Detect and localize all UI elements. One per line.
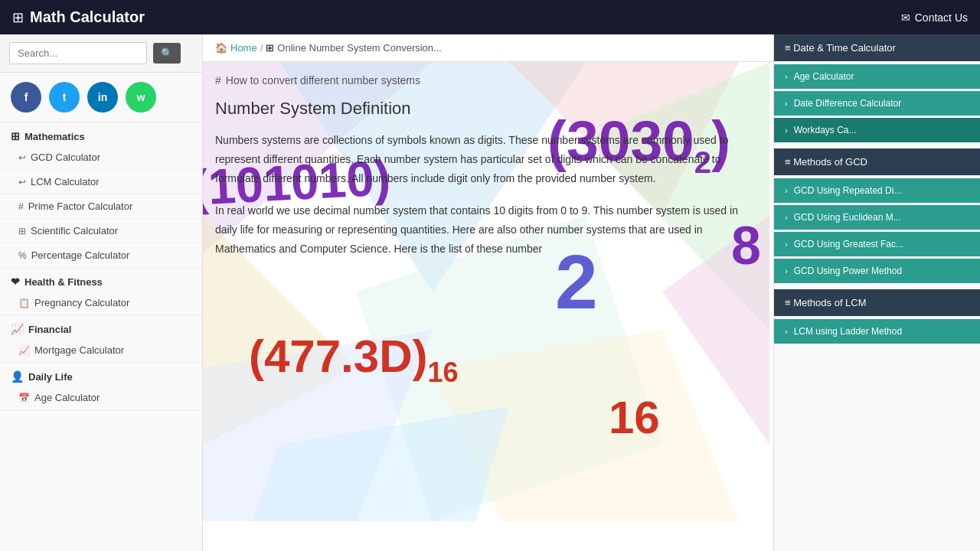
section-label: How to convert different number systems	[226, 74, 420, 86]
header: ⊞ Math Calculator ✉ Contact Us	[0, 0, 980, 34]
article-heading: Number System Definition	[215, 99, 761, 119]
sidebar-item-mortgage[interactable]: 📈 Mortgage Calculator	[0, 338, 202, 363]
sidebar-category-mathematics[interactable]: ⊞ Mathematics	[0, 122, 202, 145]
rp-workdays[interactable]: › Workdays Ca...	[774, 118, 980, 142]
calendar-icon: 📅	[18, 393, 30, 403]
chevron-icon: ›	[785, 99, 788, 108]
twitter-icon[interactable]: t	[49, 82, 80, 112]
sidebar: 🔍 f t in w ⊞ Mathematics ↩ GCD Calculato…	[0, 34, 203, 551]
content-wrapper: # How to convert different number system…	[203, 62, 773, 283]
sidebar-category-label: Health & Fitness	[24, 276, 103, 288]
search-button[interactable]: 🔍	[153, 43, 181, 64]
sidebar-item-pregnancy[interactable]: 📋 Pregnancy Calculator	[0, 291, 202, 315]
rp-item-label: GCD Using Power Method	[794, 266, 902, 276]
sidebar-category-financial[interactable]: 📈 Financial	[0, 315, 202, 338]
article-content: # How to convert different number system…	[203, 62, 773, 283]
social-icons: f t in w	[0, 73, 202, 122]
svg-marker-9	[241, 406, 509, 521]
sidebar-item-label: Percentage Calculator	[31, 249, 130, 261]
rp-gcd-repeated[interactable]: › GCD Using Repeated Di...	[774, 178, 980, 203]
breadcrumb-home[interactable]: Home	[230, 42, 257, 54]
search-input[interactable]	[9, 42, 147, 64]
rp-lcm-ladder[interactable]: › LCM using Ladder Method	[774, 319, 980, 344]
search-bar: 🔍	[0, 34, 203, 73]
title-math: Math	[30, 8, 66, 25]
rp-item-label: Date Difference Calculator	[794, 98, 902, 109]
rp-lcm-header: ≡ Methods of LCM	[774, 289, 980, 316]
sidebar-item-gcd[interactable]: ↩ GCD Calculator	[0, 145, 202, 170]
svg-marker-8	[433, 330, 739, 521]
chart-icon: 📈	[11, 323, 24, 335]
email-icon: ✉	[901, 11, 910, 24]
article-para-2: In real world we use decimal number syst…	[215, 201, 761, 259]
chevron-icon: ›	[785, 126, 788, 135]
chevron-icon: ›	[785, 240, 788, 249]
sidebar-category-label: Mathematics	[24, 131, 85, 142]
rp-gcd-greatest[interactable]: › GCD Using Greatest Fac...	[774, 232, 980, 256]
linkedin-icon[interactable]: in	[87, 82, 118, 112]
right-panel: ≡ Date & Time Calculator › Age Calculato…	[773, 34, 980, 551]
sidebar-category-label: Daily Life	[28, 371, 73, 383]
rp-age-calculator[interactable]: › Age Calculator	[774, 64, 980, 89]
article-para-1: Numbers systems are collections of symbo…	[215, 131, 761, 189]
app-title: Math Calculator	[30, 8, 145, 26]
contact-us-link[interactable]: ✉ Contact Us	[901, 11, 968, 24]
rp-item-label: LCM using Ladder Method	[794, 326, 902, 337]
rp-gcd-header: ≡ Methods of GCD	[774, 148, 980, 175]
sidebar-item-label: Prime Factor Calculator	[28, 201, 133, 212]
arrow-icon: ↩	[18, 152, 26, 163]
layout: 🔍 f t in w ⊞ Mathematics ↩ GCD Calculato…	[0, 34, 980, 551]
heart-icon: ❤	[11, 276, 20, 288]
rp-item-label: GCD Using Repeated Di...	[794, 185, 902, 196]
breadcrumb-current: Online Number System Conversion...	[277, 42, 442, 54]
main-content: 🏠 Home / ⊞ Online Number System Conversi…	[203, 34, 773, 551]
percent-icon: %	[18, 250, 27, 261]
sidebar-item-scientific[interactable]: ⊞ Scientific Calculator	[0, 219, 202, 243]
facebook-icon[interactable]: f	[11, 82, 41, 112]
rp-datetime-header: ≡ Date & Time Calculator	[774, 34, 980, 61]
rp-date-difference[interactable]: › Date Difference Calculator	[774, 91, 980, 116]
breadcrumb-sep: /	[260, 42, 263, 54]
hash-icon: #	[18, 201, 24, 212]
sidebar-item-percentage[interactable]: % Percentage Calculator	[0, 243, 202, 268]
whatsapp-icon[interactable]: w	[126, 82, 156, 112]
logo-icon: ⊞	[12, 9, 24, 26]
rp-item-label: Age Calculator	[794, 71, 854, 82]
grid-icon: ⊞	[18, 226, 26, 236]
sidebar-category-label: Financial	[28, 324, 71, 335]
title-rest: Calculator	[66, 8, 145, 25]
wm-477: (477.3D)16	[249, 330, 458, 389]
chevron-icon: ›	[785, 213, 788, 222]
sidebar-item-label: Mortgage Calculator	[34, 344, 124, 356]
header-left: ⊞ Math Calculator	[12, 8, 145, 26]
svg-marker-7	[203, 330, 433, 521]
sidebar-category-daily[interactable]: 👤 Daily Life	[0, 363, 202, 386]
grid-icon: ⊞	[11, 130, 20, 142]
chevron-icon: ›	[785, 72, 788, 81]
chevron-icon: ›	[785, 186, 788, 195]
sidebar-item-label: Age Calculator	[34, 392, 100, 403]
sidebar-item-label: GCD Calculator	[31, 152, 100, 163]
rp-item-label: GCD Using Greatest Fac...	[794, 239, 903, 249]
contact-us-label: Contact Us	[915, 11, 968, 24]
rp-item-label: Workdays Ca...	[794, 125, 857, 135]
chart-icon: 📈	[18, 345, 30, 356]
sidebar-item-prime[interactable]: # Prime Factor Calculator	[0, 194, 202, 219]
rp-item-label: GCD Using Euclidean M...	[794, 212, 901, 223]
sidebar-item-label: Scientific Calculator	[31, 225, 118, 236]
rp-gcd-euclidean[interactable]: › GCD Using Euclidean M...	[774, 205, 980, 230]
sidebar-item-label: LCM Calculator	[31, 176, 100, 187]
wm-16: 16	[609, 391, 660, 444]
sidebar-item-age[interactable]: 📅 Age Calculator	[0, 386, 202, 410]
arrow-icon: ↩	[18, 177, 26, 187]
hash-icon: #	[215, 74, 221, 86]
sidebar-item-lcm[interactable]: ↩ LCM Calculator	[0, 170, 202, 194]
chevron-icon: ›	[785, 266, 788, 276]
breadcrumb: 🏠 Home / ⊞ Online Number System Conversi…	[203, 34, 773, 62]
rp-gcd-power[interactable]: › GCD Using Power Method	[774, 259, 980, 283]
person-icon: 👤	[11, 370, 24, 383]
clipboard-icon: 📋	[18, 298, 30, 308]
chevron-icon: ›	[785, 327, 788, 336]
breadcrumb-icon: ⊞	[266, 42, 274, 54]
sidebar-category-health[interactable]: ❤ Health & Fitness	[0, 268, 202, 291]
